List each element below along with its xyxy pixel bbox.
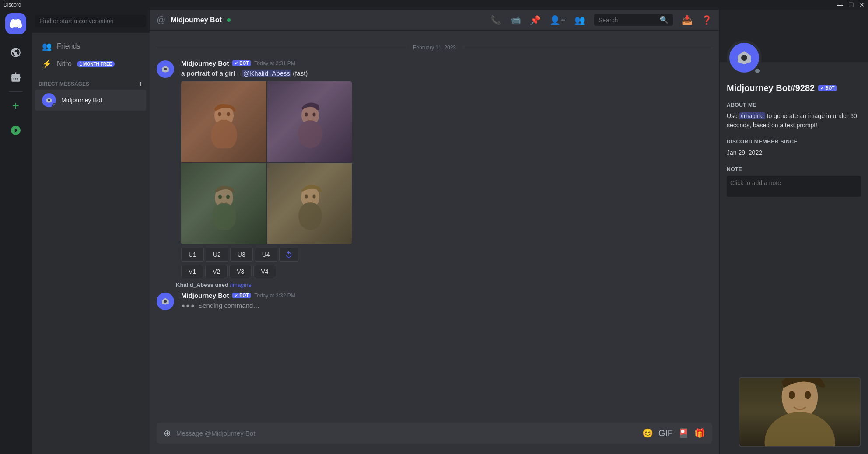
msg-timestamp-1: Today at 3:31 PM [254,60,295,66]
bot-avatar-2 [157,293,174,310]
about-me-header: ABOUT ME [727,102,861,108]
v4-button[interactable]: V4 [253,265,276,278]
bot-badge-2: ✓ BOT [232,293,251,298]
video-content [739,378,860,446]
add-attachment-icon[interactable]: ⊕ [164,428,171,438]
u2-button[interactable]: U2 [206,248,228,262]
msg-header-2: Midjourney Bot ✓ BOT Today at 3:32 PM [181,292,712,299]
video-person [739,378,860,446]
svg-point-3 [211,120,237,148]
add-member-icon[interactable]: 👤+ [550,15,566,25]
guild-add[interactable]: + [5,95,26,116]
bot-avatar-1 [157,60,174,78]
svg-point-12 [218,195,222,199]
message-group-2: Midjourney Bot ✓ BOT Today at 3:32 PM ●●… [150,290,719,312]
friends-item[interactable]: 👥 Friends [35,38,146,55]
nitro-badge: 1 MONTH FREE [77,61,115,67]
emoji-icon[interactable]: 😊 [642,428,653,438]
grid-image-3 [181,163,266,244]
svg-point-11 [212,203,236,230]
u4-button[interactable]: U4 [255,248,277,262]
portrait-4 [267,163,352,244]
help-icon[interactable]: ❓ [701,15,712,25]
pin-icon[interactable]: 📌 [530,15,541,25]
msg-username-2: Midjourney Bot [181,292,229,299]
close-button[interactable]: ✕ [859,1,864,8]
guild-sidebar: + [0,10,32,454]
message-input[interactable] [176,430,637,437]
v1-button[interactable]: V1 [181,265,203,278]
msg-content-1: Midjourney Bot ✓ BOT Today at 3:31 PM a … [181,59,712,278]
portrait-1 [181,81,266,162]
svg-point-4 [218,112,221,116]
svg-point-18 [164,300,167,303]
message-group-1: Midjourney Bot ✓ BOT Today at 3:31 PM a … [150,58,719,280]
system-username: Khalid_Abess used [176,282,228,288]
chat-messages: February 11, 2023 Midjourney Bot ✓ BOT [150,31,719,423]
dm-user-avatar [42,93,56,107]
svg-point-0 [48,99,50,101]
svg-point-23 [789,391,795,399]
svg-point-5 [227,112,230,116]
dm-user-midjourney[interactable]: Midjourney Bot [35,90,146,111]
bot-badge-1: ✓ BOT [232,60,251,66]
u3-button[interactable]: U3 [230,248,253,262]
msg-content-2: Midjourney Bot ✓ BOT Today at 3:32 PM ●●… [181,292,712,310]
nitro-item[interactable]: ⚡ Nitro 1 MONTH FREE [35,56,146,72]
about-me-text: Use /imagine to generate an image in und… [727,112,861,130]
dm-search-input[interactable] [35,15,146,27]
titlebar: Discord — ☐ ✕ [0,0,868,10]
dm-sidebar: 👥 Friends ⚡ Nitro 1 MONTH FREE DIRECT ME… [32,10,150,454]
guild-explore[interactable] [5,120,26,141]
v2-button[interactable]: V2 [205,265,228,278]
main-chat: @ Midjourney Bot 📞 📹 📌 👤+ 👥 Search 🔍 📥 ❓ [150,10,719,454]
portrait-3 [181,163,266,244]
titlebar-controls: — ☐ ✕ [837,1,864,8]
gift-icon[interactable]: 🎁 [694,428,705,438]
gif-icon[interactable]: GIF [658,428,673,438]
chat-header-name: Midjourney Bot [171,16,221,24]
msg-username-1: Midjourney Bot [181,59,229,67]
online-indicator [227,18,231,22]
chat-input-area: ⊕ 😊 GIF 🎴 🎁 [150,423,719,454]
maximize-button[interactable]: ☐ [848,1,854,8]
svg-point-9 [312,112,315,116]
guild-icon-discord[interactable] [5,13,26,34]
member-list-icon[interactable]: 👥 [574,15,585,25]
v3-button[interactable]: V3 [229,265,252,278]
titlebar-title: Discord [4,2,21,8]
dm-sidebar-content: 👥 Friends ⚡ Nitro 1 MONTH FREE DIRECT ME… [32,33,150,454]
search-box[interactable]: Search 🔍 [594,14,673,26]
svg-point-22 [765,412,835,447]
minimize-button[interactable]: — [837,1,843,8]
svg-point-8 [304,112,308,116]
grid-image-2 [267,81,352,162]
date-divider: February 11, 2023 [150,45,719,51]
dm-username: Midjourney Bot [61,97,102,104]
inbox-icon[interactable]: 📥 [682,15,693,25]
phone-icon[interactable]: 📞 [490,15,501,25]
video-icon[interactable]: 📹 [510,15,521,25]
nitro-icon: ⚡ [42,59,52,69]
refresh-button[interactable] [279,248,298,262]
svg-point-7 [298,120,322,148]
dm-section-label: DIRECT MESSAGES + [32,73,150,90]
note-header: NOTE [727,166,861,172]
member-since-date: Jan 29, 2022 [727,148,861,157]
svg-point-13 [226,195,230,199]
chat-header-actions: 📞 📹 📌 👤+ 👥 Search 🔍 📥 ❓ [490,14,712,26]
action-buttons-row1: U1 U2 U3 U4 [181,248,712,262]
u1-button[interactable]: U1 [181,248,204,262]
chat-input-box: ⊕ 😊 GIF 🎴 🎁 [157,423,712,444]
guild-icon-planet[interactable] [5,42,26,63]
guild-divider-2 [9,91,23,92]
note-input[interactable] [727,176,861,197]
image-grid[interactable] [181,81,352,244]
svg-point-24 [805,391,811,399]
sticker-icon[interactable]: 🎴 [678,428,689,438]
system-command: /imagine [230,282,252,288]
dm-search-bar [32,10,150,33]
add-dm-button[interactable]: + [139,80,143,88]
guild-icon-ai[interactable] [5,66,26,87]
nitro-label: Nitro [57,60,72,68]
